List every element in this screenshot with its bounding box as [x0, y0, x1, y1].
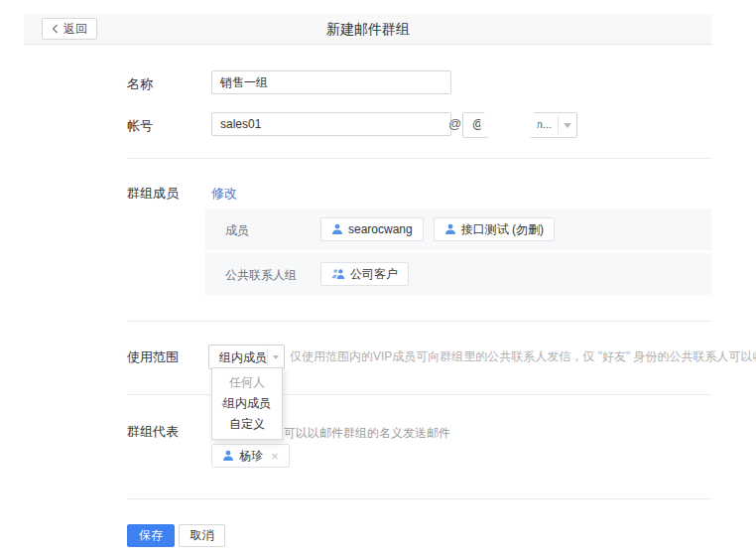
members-row-label: 成员	[225, 222, 249, 239]
name-label: 名称	[127, 75, 153, 93]
scope-select[interactable]: 组内成员	[208, 345, 285, 369]
contact-groups-tag-strip: 公司客户	[320, 262, 409, 286]
censored-domain-blur	[480, 106, 538, 141]
representative-tag-label: 杨珍	[239, 448, 263, 465]
cancel-button[interactable]: 取消	[179, 524, 225, 547]
members-tag-strip: searocwang 接口测试 (勿删)	[320, 217, 555, 241]
remove-icon[interactable]: ×	[271, 449, 279, 464]
person-icon	[444, 223, 456, 235]
member-tag-label: searocwang	[348, 222, 413, 236]
section-divider	[127, 158, 712, 159]
scope-option-group-members[interactable]: ✓ 组内成员	[212, 393, 282, 414]
member-tag: searocwang	[320, 217, 424, 241]
representative-tag: 杨珍 ×	[211, 444, 290, 468]
scope-option-anyone[interactable]: 任何人	[212, 372, 282, 393]
scope-dropdown-menu: 任何人 ✓ 组内成员 自定义	[211, 367, 283, 440]
section-divider	[127, 321, 712, 322]
check-icon: ✓	[220, 393, 229, 414]
person-icon	[331, 223, 343, 235]
footer-divider	[127, 498, 712, 499]
member-tag-label: 接口测试 (勿删)	[461, 221, 544, 238]
scope-label: 使用范围	[127, 348, 179, 366]
person-icon	[222, 450, 234, 462]
create-mail-group-page: 返回 新建邮件群组 名称 帐号 @ @ n... 群组成员 修改 成员 sear…	[0, 0, 756, 554]
domain-suffix: n...	[537, 118, 552, 130]
account-input[interactable]	[211, 112, 451, 136]
scope-select-arrow-box	[267, 348, 284, 365]
caret-down-icon	[273, 355, 279, 359]
contact-groups-row-label: 公共联系人组	[225, 267, 297, 284]
representative-label: 群组代表	[127, 423, 179, 441]
contact-group-tag: 公司客户	[320, 262, 409, 286]
account-label: 帐号	[127, 117, 153, 135]
save-button[interactable]: 保存	[127, 524, 175, 547]
members-section-label: 群组成员	[127, 185, 179, 203]
scope-hint: 仅使用范围内的VIP成员可向群组里的公共联系人发信，仅 "好友" 身份的公共联系…	[290, 348, 756, 365]
member-tag: 接口测试 (勿删)	[434, 217, 555, 241]
name-input[interactable]	[211, 70, 451, 94]
scope-option-custom[interactable]: 自定义	[212, 414, 282, 435]
modify-members-link[interactable]: 修改	[211, 185, 237, 203]
page-title: 新建邮件群组	[24, 14, 712, 44]
top-bar: 返回 新建邮件群组	[24, 14, 712, 45]
members-row: 成员 searocwang 接口测试 (勿删)	[205, 208, 711, 250]
people-group-icon	[331, 268, 345, 280]
scope-selected-value: 组内成员	[219, 349, 267, 366]
representative-hint: 可以以邮件群组的名义发送邮件	[284, 425, 450, 442]
contact-groups-row: 公共联系人组 公司客户	[205, 253, 711, 295]
contact-group-tag-label: 公司客户	[350, 266, 398, 283]
scope-option-label: 组内成员	[223, 396, 271, 410]
at-separator: @	[448, 116, 461, 131]
domain-select-arrow-box	[558, 116, 576, 134]
caret-down-icon	[564, 123, 571, 128]
